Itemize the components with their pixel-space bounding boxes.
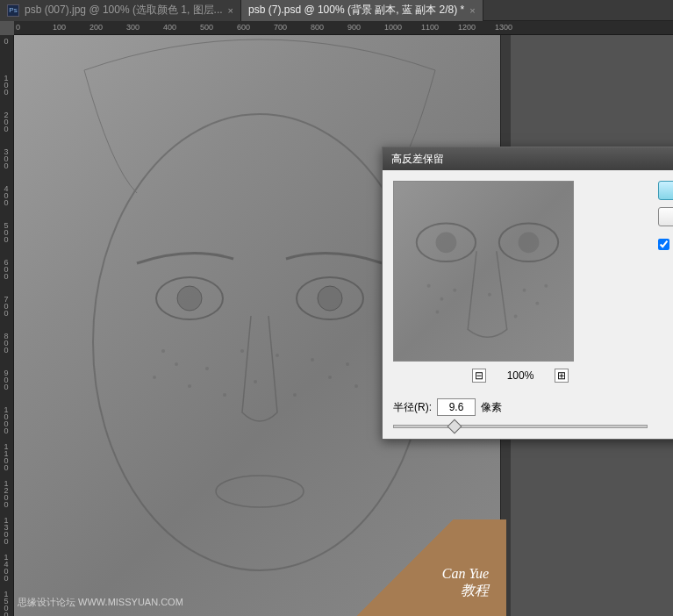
dialog-titlebar[interactable]: 高反差保留 x (383, 147, 673, 170)
ruler-tick: 300 (2, 147, 10, 168)
ruler-tick: 900 (2, 369, 10, 390)
preview-checkbox[interactable] (658, 239, 669, 250)
ruler-tick: 1300 (2, 516, 10, 544)
zoom-out-button[interactable]: ⊟ (472, 369, 486, 383)
svg-point-23 (519, 232, 540, 253)
svg-point-16 (354, 384, 358, 388)
svg-point-11 (223, 393, 226, 397)
zoom-in-button[interactable]: ⊞ (555, 369, 569, 383)
footer-watermark: 思缘设计论坛 WWW.MISSYUAN.COM (18, 596, 183, 609)
ruler-tick: 600 (237, 23, 250, 32)
document-tab-2[interactable]: psb (7).psd @ 100% (背景 副本, 蓝 副本 2/8) * × (241, 0, 483, 21)
ruler-tick: 1200 (458, 23, 476, 32)
svg-point-12 (311, 358, 314, 362)
ruler-tick: 900 (347, 23, 361, 32)
svg-point-19 (254, 380, 257, 383)
ruler-tick: 0 (2, 37, 10, 44)
svg-point-21 (436, 232, 457, 253)
ruler-tick: 1100 (2, 442, 10, 470)
svg-point-29 (535, 302, 539, 305)
svg-point-32 (488, 293, 491, 297)
radius-row: 半径(R): 像素 (393, 398, 648, 416)
preview-checkbox-row[interactable]: 预览(P) (658, 237, 673, 252)
svg-point-28 (523, 289, 526, 292)
svg-point-5 (216, 476, 304, 507)
ruler-tick: 200 (2, 111, 10, 132)
close-icon[interactable]: × (228, 5, 233, 16)
ruler-tick: 1500 (2, 590, 10, 616)
svg-point-10 (205, 367, 209, 370)
zoom-level: 100% (507, 369, 534, 382)
radius-slider[interactable] (393, 425, 648, 428)
svg-point-31 (544, 284, 548, 288)
ruler-horizontal: 0 100 200 300 400 500 600 700 800 900 10… (14, 21, 673, 35)
radius-label: 半径(R): (393, 400, 432, 415)
document-tab-1[interactable]: Ps psb (007).jpg @ 100% (选取颜色 1, 图层... × (0, 0, 241, 21)
svg-point-14 (346, 362, 349, 366)
ruler-tick: 500 (200, 23, 213, 32)
svg-point-30 (514, 315, 518, 319)
ruler-tick: 1400 (2, 553, 10, 581)
svg-point-2 (177, 286, 202, 311)
svg-point-24 (427, 284, 431, 288)
high-pass-dialog: 高反差保留 x (382, 147, 673, 440)
svg-point-7 (175, 362, 178, 366)
radius-input[interactable] (437, 398, 476, 416)
ruler-tick: 1000 (384, 23, 402, 32)
ruler-tick: 200 (89, 23, 103, 32)
svg-point-9 (188, 384, 191, 388)
svg-point-8 (153, 376, 156, 379)
ruler-tick: 1300 (495, 23, 512, 32)
ruler-vertical: 0 100 200 300 400 500 600 700 800 900 10… (0, 35, 14, 616)
dialog-title: 高反差保留 (391, 152, 444, 167)
ruler-tick: 700 (274, 23, 287, 32)
svg-point-0 (93, 114, 426, 570)
slider-thumb[interactable] (447, 419, 462, 434)
watermark-script: Can Yue (442, 566, 489, 582)
dialog-body: ⊟ 100% ⊞ 半径(R): 像素 确定 取消 预览(P) (383, 170, 673, 439)
cancel-button[interactable]: 取消 (658, 207, 673, 226)
svg-point-17 (240, 349, 244, 353)
photoshop-window: Ps psb (007).jpg @ 100% (选取颜色 1, 图层... ×… (0, 0, 673, 616)
filter-preview[interactable] (393, 181, 574, 362)
ruler-tick: 400 (163, 23, 176, 32)
ruler-tick: 800 (2, 332, 10, 353)
ruler-tick: 100 (53, 23, 66, 32)
svg-point-18 (276, 354, 279, 357)
svg-point-27 (436, 311, 440, 314)
ruler-tick: 0 (16, 23, 20, 32)
ruler-tick: 1100 (421, 23, 439, 32)
svg-point-26 (453, 289, 456, 292)
close-icon[interactable]: × (469, 5, 475, 16)
ruler-tick: 1000 (2, 405, 10, 433)
ruler-tick: 1200 (2, 479, 10, 507)
svg-point-6 (161, 349, 165, 353)
ruler-tick: 100 (2, 74, 10, 95)
svg-point-13 (328, 376, 332, 379)
watermark-cn: 教程 (442, 582, 489, 600)
svg-point-4 (318, 286, 342, 311)
ok-button[interactable]: 确定 (658, 181, 673, 200)
watermark-text: Can Yue 教程 (442, 566, 489, 600)
ruler-tick: 800 (311, 23, 324, 32)
tab-label: psb (7).psd @ 100% (背景 副本, 蓝 副本 2/8) * (248, 3, 464, 18)
ruler-tick: 300 (126, 23, 140, 32)
preview-image (394, 182, 573, 361)
ruler-tick: 400 (2, 184, 10, 205)
zoom-controls: ⊟ 100% ⊞ (393, 369, 648, 383)
tab-label: psb (007).jpg @ 100% (选取颜色 1, 图层... (25, 3, 223, 18)
radius-unit: 像素 (481, 400, 502, 415)
document-tab-bar: Ps psb (007).jpg @ 100% (选取颜色 1, 图层... ×… (0, 0, 673, 21)
svg-point-15 (293, 393, 297, 397)
ruler-tick: 600 (2, 258, 10, 279)
ruler-tick: 700 (2, 295, 10, 316)
ps-icon: Ps (7, 4, 19, 17)
ruler-tick: 500 (2, 221, 10, 242)
watermark-corner: Can Yue 教程 (331, 519, 506, 616)
svg-point-25 (440, 297, 443, 301)
